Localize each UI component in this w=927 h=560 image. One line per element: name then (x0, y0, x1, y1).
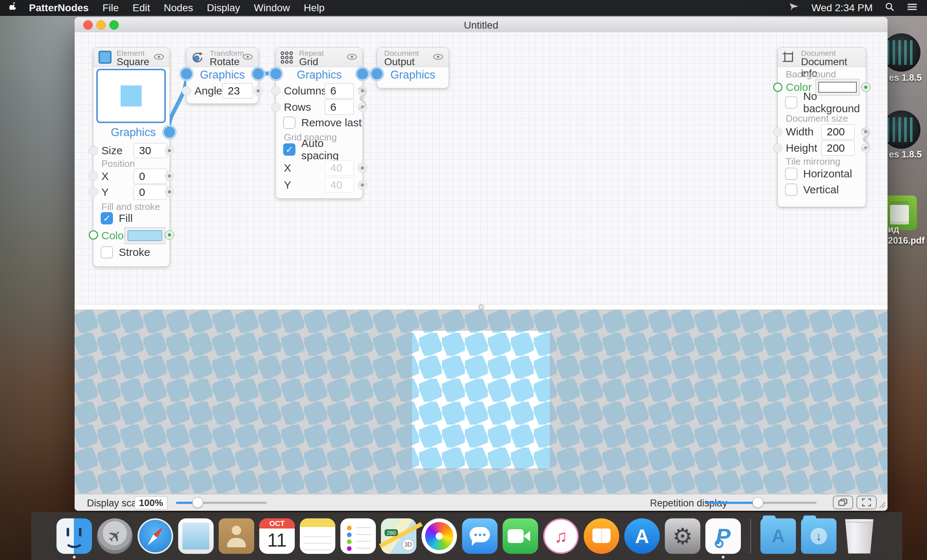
dock-maps[interactable]: 280 3D (381, 518, 416, 554)
menu-app-name[interactable]: PatterNodes (29, 2, 89, 14)
spacing-y-input[interactable]: 40 (325, 178, 354, 193)
node-square-header[interactable]: Element Square (93, 48, 169, 67)
pattern-preview-pane[interactable] (74, 310, 887, 494)
x-input[interactable]: 0 (134, 169, 167, 184)
rows-input-port[interactable] (271, 102, 281, 112)
eye-icon[interactable] (346, 53, 357, 62)
dock-mail[interactable] (178, 518, 214, 554)
rows-input[interactable]: 6 (325, 100, 354, 115)
link-columns-rows-icon[interactable] (357, 85, 366, 113)
fill-color-swatch[interactable] (125, 227, 165, 244)
size-input-port[interactable] (89, 146, 98, 155)
node-grid-header[interactable]: Repeat Grid (276, 48, 362, 67)
menu-clock[interactable]: Wed 2:34 PM (812, 2, 873, 14)
spacing-x-output-port[interactable] (358, 163, 367, 173)
color-output-port[interactable] (165, 230, 174, 240)
menu-display[interactable]: Display (207, 2, 240, 14)
patternodes-statusbar-icon[interactable] (788, 2, 799, 14)
menu-help[interactable]: Help (304, 2, 325, 14)
desktop-icon-label[interactable]: es 1.8.5 (889, 73, 922, 83)
menu-file[interactable]: File (102, 2, 119, 14)
spotlight-icon[interactable] (885, 2, 894, 14)
spacing-y-output-port[interactable] (358, 180, 367, 190)
menu-edit[interactable]: Edit (132, 2, 150, 14)
x-input-port[interactable] (89, 171, 98, 181)
dock-ibooks[interactable] (584, 518, 619, 554)
columns-input[interactable]: 6 (325, 83, 354, 99)
node-grid[interactable]: Repeat Grid Graphics Columns 6 Rows 6 Re… (275, 47, 363, 199)
dock-safari[interactable] (138, 518, 173, 554)
desktop-icon-dmg-1[interactable] (882, 33, 921, 72)
dock-contacts[interactable] (219, 518, 254, 554)
graphics-output-port[interactable] (251, 67, 266, 81)
menu-window[interactable]: Window (254, 2, 290, 14)
angle-input-port[interactable] (182, 86, 191, 96)
display-scaling-slider-thumb[interactable] (192, 497, 203, 508)
eye-icon[interactable] (433, 53, 444, 62)
repetition-display-slider-thumb[interactable] (752, 497, 763, 508)
dock-finder[interactable] (56, 518, 92, 554)
spacing-x-input[interactable]: 40 (325, 160, 354, 176)
desktop-icon-dmg-2[interactable] (882, 111, 921, 149)
eye-icon[interactable] (242, 53, 253, 62)
node-document-info-header[interactable]: Document Document info (778, 48, 866, 67)
dock-launchpad[interactable]: ✈ (97, 518, 132, 554)
color-input-port[interactable] (89, 230, 98, 240)
size-input[interactable]: 30 (134, 143, 167, 158)
y-output-port[interactable] (165, 187, 174, 197)
size-output-port[interactable] (165, 146, 174, 155)
node-document-info[interactable]: Document Document info Background Color … (777, 47, 866, 207)
graphics-input-port[interactable] (370, 67, 384, 81)
node-canvas[interactable]: Element Square Graphics Size 30 Position… (74, 32, 887, 304)
dock-trash[interactable] (842, 518, 877, 554)
graphics-output-port[interactable] (355, 67, 370, 81)
graphics-input-port[interactable] (269, 67, 283, 81)
menu-nodes[interactable]: Nodes (164, 2, 193, 14)
width-input[interactable]: 200 (821, 124, 855, 140)
canvas-preview-divider[interactable] (74, 304, 887, 310)
divider-handle[interactable] (478, 304, 484, 310)
tile-view-button[interactable] (833, 496, 853, 509)
apple-menu[interactable] (9, 2, 17, 14)
dock-facetime[interactable] (503, 518, 538, 554)
angle-output-port[interactable] (254, 86, 263, 96)
graphics-input-port[interactable] (179, 67, 194, 81)
dock-patternodes[interactable]: P (705, 518, 741, 554)
dock-system-preferences[interactable]: ⚙ (665, 518, 700, 554)
y-input-port[interactable] (89, 187, 98, 197)
notification-center-icon[interactable] (907, 2, 918, 14)
dock-notes[interactable] (300, 518, 335, 554)
no-background-checkbox[interactable] (785, 96, 797, 109)
dock-calendar[interactable]: OCT 11 (259, 518, 295, 554)
stroke-checkbox[interactable] (101, 246, 113, 258)
desktop-icon-label[interactable]: ид 2016.pdf (888, 224, 926, 246)
auto-spacing-checkbox[interactable] (283, 143, 295, 156)
link-width-height-icon[interactable] (860, 126, 869, 154)
height-input-port[interactable] (773, 143, 783, 153)
dock-messages[interactable] (462, 518, 497, 554)
background-color-input-port[interactable] (773, 82, 783, 92)
graphics-output-port[interactable] (162, 125, 177, 140)
node-rotate-header[interactable]: Transform Rotate (187, 48, 258, 67)
dock-downloads-folder[interactable]: ↓ (801, 518, 836, 554)
angle-input[interactable]: 23 (222, 83, 253, 99)
columns-input-port[interactable] (271, 86, 281, 96)
fullscreen-preview-button[interactable] (856, 496, 877, 509)
node-output-header[interactable]: Document Output (377, 48, 449, 67)
title-bar[interactable]: Untitled (74, 17, 887, 33)
dock-app-store[interactable]: A (624, 518, 660, 554)
node-output[interactable]: Document Output Graphics (377, 47, 449, 88)
desktop-icon-label[interactable]: es 1.8.5 (889, 149, 922, 159)
horizontal-mirror-checkbox[interactable] (785, 168, 797, 180)
y-input[interactable]: 0 (134, 185, 167, 200)
remove-last-checkbox[interactable] (283, 117, 295, 129)
node-square[interactable]: Element Square Graphics Size 30 Position… (93, 47, 170, 267)
dock-itunes[interactable]: ♫ (543, 518, 579, 554)
vertical-mirror-checkbox[interactable] (785, 184, 797, 196)
dock-applications-folder[interactable]: A (760, 518, 796, 554)
height-input[interactable]: 200 (821, 140, 855, 156)
dock-photos[interactable] (421, 518, 457, 554)
fill-checkbox[interactable] (101, 212, 113, 225)
x-output-port[interactable] (165, 171, 174, 181)
background-color-output-port[interactable] (861, 82, 871, 92)
